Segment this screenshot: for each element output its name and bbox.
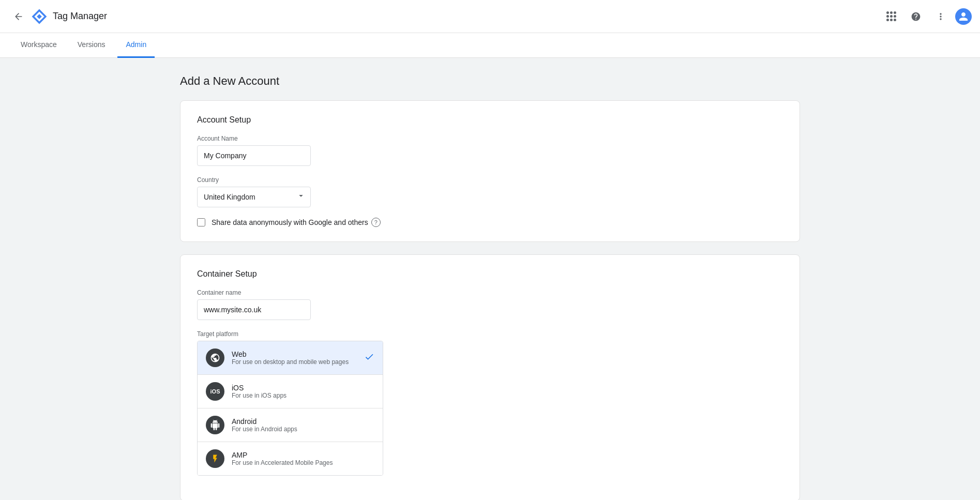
amp-platform-name: AMP bbox=[232, 451, 374, 459]
android-platform-text: Android For use in Android apps bbox=[232, 417, 374, 433]
share-data-help-icon[interactable]: ? bbox=[371, 218, 381, 227]
waffle-icon bbox=[886, 11, 896, 21]
account-setup-card: Account Setup Account Name Country Unite… bbox=[180, 100, 800, 242]
share-data-label: Share data anonymously with Google and o… bbox=[212, 218, 381, 227]
app-title: Tag Manager bbox=[53, 11, 107, 22]
platform-item-web[interactable]: Web For use on desktop and mobile web pa… bbox=[198, 341, 383, 375]
country-select[interactable]: United Kingdom United States Germany Fra… bbox=[197, 187, 311, 207]
ios-text-icon: iOS bbox=[210, 388, 220, 395]
web-platform-desc: For use on desktop and mobile web pages bbox=[232, 358, 364, 366]
android-platform-name: Android bbox=[232, 417, 374, 426]
android-icon-wrap bbox=[206, 416, 224, 434]
web-check-icon bbox=[364, 352, 374, 365]
ios-platform-text: iOS For use in iOS apps bbox=[232, 384, 374, 399]
country-label: Country bbox=[197, 176, 783, 184]
app-logo: Tag Manager bbox=[31, 8, 107, 25]
nav-right-icons bbox=[881, 6, 972, 27]
target-platform-field-group: Target platform Web For use on desktop a… bbox=[197, 330, 783, 476]
account-name-input[interactable] bbox=[197, 145, 311, 166]
share-data-row: Share data anonymously with Google and o… bbox=[197, 218, 783, 227]
container-name-field-group: Container name bbox=[197, 289, 783, 320]
container-setup-card: Container Setup Container name Target pl… bbox=[180, 254, 800, 500]
platform-item-amp[interactable]: AMP For use in Accelerated Mobile Pages bbox=[198, 442, 383, 475]
tab-admin[interactable]: Admin bbox=[117, 33, 155, 58]
country-select-wrapper: United Kingdom United States Germany Fra… bbox=[197, 187, 311, 207]
amp-platform-text: AMP For use in Accelerated Mobile Pages bbox=[232, 451, 374, 466]
secondary-nav: Workspace Versions Admin bbox=[0, 33, 980, 58]
platform-item-ios[interactable]: iOS iOS For use in iOS apps bbox=[198, 375, 383, 408]
platform-item-android[interactable]: Android For use in Android apps bbox=[198, 408, 383, 442]
logo-icon bbox=[31, 8, 48, 25]
page-title: Add a New Account bbox=[180, 74, 800, 88]
help-button[interactable] bbox=[906, 6, 926, 27]
amp-icon-wrap bbox=[206, 449, 224, 468]
ios-platform-desc: For use in iOS apps bbox=[232, 392, 374, 399]
container-name-input[interactable] bbox=[197, 299, 311, 320]
more-button[interactable] bbox=[930, 6, 951, 27]
web-platform-text: Web For use on desktop and mobile web pa… bbox=[232, 350, 364, 366]
target-platform-label: Target platform bbox=[197, 330, 783, 338]
account-name-field-group: Account Name bbox=[197, 135, 783, 166]
ios-platform-name: iOS bbox=[232, 384, 374, 392]
back-button[interactable] bbox=[8, 6, 29, 27]
main-content: Add a New Account Account Setup Account … bbox=[155, 58, 825, 500]
amp-platform-desc: For use in Accelerated Mobile Pages bbox=[232, 459, 374, 466]
top-nav: Tag Manager bbox=[0, 0, 980, 33]
tab-workspace[interactable]: Workspace bbox=[12, 33, 65, 58]
android-platform-desc: For use in Android apps bbox=[232, 426, 374, 433]
container-name-label: Container name bbox=[197, 289, 783, 296]
waffle-button[interactable] bbox=[881, 6, 901, 27]
account-name-label: Account Name bbox=[197, 135, 783, 142]
tab-versions[interactable]: Versions bbox=[69, 33, 114, 58]
avatar[interactable] bbox=[955, 8, 972, 25]
platform-grid: Web For use on desktop and mobile web pa… bbox=[197, 341, 383, 476]
share-data-checkbox[interactable] bbox=[197, 218, 205, 226]
container-setup-title: Container Setup bbox=[197, 269, 783, 279]
ios-icon-wrap: iOS bbox=[206, 382, 224, 401]
account-setup-title: Account Setup bbox=[197, 115, 783, 125]
web-icon-wrap bbox=[206, 349, 224, 367]
country-field-group: Country United Kingdom United States Ger… bbox=[197, 176, 783, 207]
web-platform-name: Web bbox=[232, 350, 364, 358]
